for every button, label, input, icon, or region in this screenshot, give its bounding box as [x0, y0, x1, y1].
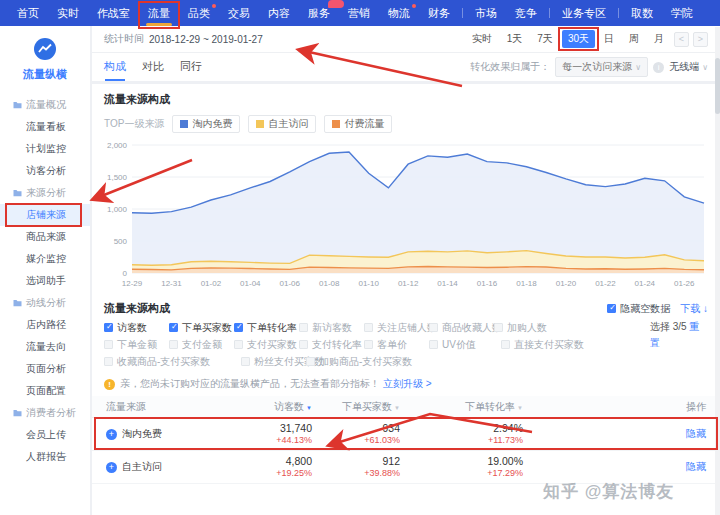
- tab-同行[interactable]: 同行: [180, 53, 202, 81]
- metric-checkbox-支付买家数[interactable]: 支付买家数: [234, 338, 299, 352]
- legend-chip-2[interactable]: 付费流量: [324, 115, 392, 133]
- metric-checkbox-商品收藏人数[interactable]: 商品收藏人数: [429, 321, 494, 335]
- nav-item-7[interactable]: 服务: [299, 0, 339, 26]
- download-link[interactable]: 下载 ↓: [680, 302, 708, 316]
- traffic-source-table: 流量来源访客数▼下单买家数▼下单转化率▼操作+淘内免费31,740+44.13%…: [92, 396, 720, 484]
- sidebar-item-16[interactable]: 人群报告: [0, 446, 90, 468]
- nav-item-12[interactable]: 竞争: [506, 0, 546, 26]
- device-dropdown[interactable]: 无线端∨: [669, 60, 708, 74]
- sidebar-item-9[interactable]: 动线分析: [0, 292, 90, 314]
- legend-chip-1[interactable]: 自主访问: [248, 115, 316, 133]
- period-月[interactable]: 月: [648, 30, 670, 48]
- period-30天[interactable]: 30天: [562, 30, 595, 48]
- sidebar-item-4[interactable]: 来源分析: [0, 182, 90, 204]
- nav-item-5[interactable]: 交易: [219, 0, 259, 26]
- metric-checkbox-加购商品-支付买家数[interactable]: 加购商品-支付买家数: [306, 355, 446, 369]
- date-range[interactable]: 2018-12-29 ~ 2019-01-27: [149, 34, 263, 45]
- legend-chip-0[interactable]: 淘内免费: [172, 115, 240, 133]
- info-icon[interactable]: i: [653, 62, 664, 73]
- nav-item-15[interactable]: 学院: [662, 0, 702, 26]
- metric-checkbox-关注店铺人数[interactable]: 关注店铺人数: [364, 321, 429, 335]
- sidebar-item-3[interactable]: 访客分析: [0, 160, 90, 182]
- checkbox-icon[interactable]: [104, 340, 113, 349]
- nav-item-3[interactable]: 流量: [139, 0, 179, 26]
- checkbox-icon[interactable]: [494, 323, 503, 332]
- metric-checkbox-客单价[interactable]: 客单价: [364, 338, 429, 352]
- checkbox-icon[interactable]: [429, 323, 438, 332]
- nav-item-2[interactable]: 作战室: [88, 0, 139, 26]
- checkbox-icon[interactable]: [241, 357, 250, 366]
- upgrade-link[interactable]: 立刻升级 >: [383, 377, 432, 391]
- sidebar-item-10[interactable]: 店内路径: [0, 314, 90, 336]
- sidebar-item-1[interactable]: 流量看板: [0, 116, 90, 138]
- period-7天[interactable]: 7天: [531, 30, 559, 48]
- tab-对比[interactable]: 对比: [142, 53, 164, 81]
- nav-item-6[interactable]: 内容: [259, 0, 299, 26]
- checkbox-icon[interactable]: [364, 323, 373, 332]
- metric-checkbox-收藏商品-支付买家数[interactable]: 收藏商品-支付买家数: [104, 355, 241, 369]
- checkbox-icon[interactable]: [429, 340, 438, 349]
- nav-item-11[interactable]: 市场: [466, 0, 506, 26]
- period-1天[interactable]: 1天: [501, 30, 529, 48]
- checkbox-icon[interactable]: [364, 340, 373, 349]
- source-name: 淘内免费: [122, 427, 162, 441]
- nav-item-9[interactable]: 物流: [379, 0, 419, 26]
- nav-item-10[interactable]: 财务: [419, 0, 459, 26]
- nav-item-4[interactable]: 品类: [179, 0, 219, 26]
- period-周[interactable]: 周: [623, 30, 645, 48]
- expand-plus-icon[interactable]: +: [106, 462, 117, 473]
- next-button[interactable]: >: [693, 32, 708, 47]
- sidebar-item-13[interactable]: 页面配置: [0, 380, 90, 402]
- checkbox-icon[interactable]: [234, 323, 243, 332]
- sidebar-item-14[interactable]: 消费者分析: [0, 402, 90, 424]
- attribution-dropdown[interactable]: 每一次访问来源∨: [555, 57, 648, 77]
- col-conversion[interactable]: 下单转化率▼: [400, 400, 523, 414]
- sidebar-item-12[interactable]: 页面分析: [0, 358, 90, 380]
- sidebar-item-0[interactable]: 流量概况: [0, 94, 90, 116]
- sidebar-item-5[interactable]: 店铺来源: [0, 204, 90, 226]
- sidebar-item-6[interactable]: 商品来源: [0, 226, 90, 248]
- checkbox-icon[interactable]: [169, 340, 178, 349]
- period-实时[interactable]: 实时: [466, 30, 498, 48]
- hide-action-link[interactable]: 隐藏: [636, 427, 706, 441]
- metric-checkbox-加购人数[interactable]: 加购人数: [494, 321, 559, 335]
- nav-item-8[interactable]: 营销: [339, 0, 379, 26]
- scrollbar-track[interactable]: [715, 27, 720, 515]
- nav-item-0[interactable]: 首页: [8, 0, 48, 26]
- col-order-buyers[interactable]: 下单买家数▼: [312, 400, 400, 414]
- checkbox-icon[interactable]: [306, 357, 315, 366]
- checkbox-icon[interactable]: [104, 323, 113, 332]
- checkbox-icon[interactable]: [234, 340, 243, 349]
- metric-checkbox-下单转化率[interactable]: 下单转化率: [234, 321, 299, 335]
- hide-action-link[interactable]: 隐藏: [636, 460, 706, 474]
- metric-checkbox-访客数[interactable]: 访客数: [104, 321, 169, 335]
- metric-checkbox-UV价值[interactable]: UV价值: [429, 338, 501, 352]
- scrollbar-thumb[interactable]: [715, 58, 720, 114]
- expand-plus-icon[interactable]: +: [106, 429, 117, 440]
- metric-checkbox-下单买家数[interactable]: 下单买家数: [169, 321, 234, 335]
- nav-item-13[interactable]: 业务专区: [553, 0, 615, 26]
- metric-checkbox-新访客数[interactable]: 新访客数: [299, 321, 364, 335]
- checkbox-icon[interactable]: [104, 357, 113, 366]
- hide-empty-checkbox[interactable]: [607, 304, 616, 313]
- metric-checkbox-直接支付买家数[interactable]: 直接支付买家数: [501, 338, 566, 352]
- metric-checkbox-下单金额[interactable]: 下单金额: [104, 338, 169, 352]
- tab-构成[interactable]: 构成: [104, 53, 126, 81]
- period-日[interactable]: 日: [598, 30, 620, 48]
- sidebar-item-7[interactable]: 媒介监控: [0, 248, 90, 270]
- metric-checkbox-支付金额[interactable]: 支付金额: [169, 338, 234, 352]
- sidebar-item-8[interactable]: 选词助手: [0, 270, 90, 292]
- checkbox-icon[interactable]: [299, 323, 308, 332]
- metric-checkbox-粉丝支付买家数[interactable]: 粉丝支付买家数: [241, 355, 306, 369]
- metric-checkbox-支付转化率[interactable]: 支付转化率: [299, 338, 364, 352]
- sidebar-item-15[interactable]: 会员上传: [0, 424, 90, 446]
- nav-item-1[interactable]: 实时: [48, 0, 88, 26]
- checkbox-icon[interactable]: [169, 323, 178, 332]
- sidebar-item-2[interactable]: 计划监控: [0, 138, 90, 160]
- prev-button[interactable]: <: [674, 32, 689, 47]
- nav-item-14[interactable]: 取数: [622, 0, 662, 26]
- sidebar-item-11[interactable]: 流量去向: [0, 336, 90, 358]
- checkbox-icon[interactable]: [299, 340, 308, 349]
- checkbox-icon[interactable]: [501, 340, 510, 349]
- col-visitors[interactable]: 访客数▼: [226, 400, 312, 414]
